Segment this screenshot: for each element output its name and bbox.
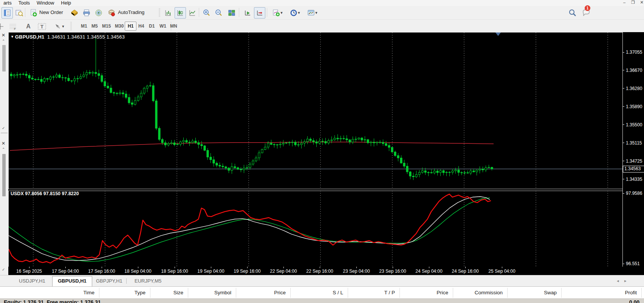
price-tick (623, 106, 624, 107)
printer-icon (83, 9, 90, 17)
timeframe-h1[interactable]: H1 (125, 22, 136, 31)
current-price-box: 1.34563 (623, 166, 644, 172)
minimize-button[interactable]: – (620, 0, 629, 5)
column-separator (188, 288, 188, 298)
panel-check-icon[interactable]: ✓ (2, 126, 5, 130)
svg-text:T: T (40, 24, 43, 30)
broadcast-button[interactable] (93, 7, 104, 19)
column-header-sl: S / L (333, 290, 343, 295)
zoom-in-icon (203, 9, 211, 17)
window-splitter[interactable] (8, 189, 622, 191)
toolbar-drag-handle[interactable] (159, 8, 160, 17)
time-axis-label: 18 Sep 04:00 (123, 269, 153, 274)
text-tool-button[interactable]: A (23, 21, 34, 32)
indicator-axis-label: 97.9586 (626, 191, 642, 196)
tab-scroll-left-icon[interactable]: ◂ (617, 278, 619, 283)
column-separator (236, 288, 236, 298)
time-tick (138, 267, 138, 268)
toolbar-separator (267, 8, 267, 17)
panel-scrollbar-thumb[interactable] (2, 154, 6, 196)
indicator-label: USDX 97.8056 97.8150 97.8220 (11, 191, 79, 196)
usdx-indicator-plot[interactable] (8, 190, 623, 267)
time-tick (283, 267, 284, 268)
time-axis-label: 19 Sep 16:00 (232, 269, 262, 274)
auto-scroll-button[interactable] (242, 7, 253, 19)
price-axis[interactable]: 1.370551.366701.362801.358901.355001.351… (622, 32, 644, 275)
usdx-green-line (9, 198, 490, 261)
column-header-size: Size (173, 290, 183, 295)
notification-badge: 1 (585, 5, 590, 11)
restore-button[interactable]: ❐ (629, 0, 637, 5)
templates-button[interactable]: ▼ (305, 7, 320, 19)
toolbar-separator (239, 8, 239, 17)
chart-symbol: GBPUSD,H1 (15, 34, 45, 40)
close-button[interactable]: ✕ (638, 0, 644, 5)
toolbar-separator (199, 8, 199, 17)
menu-item-help[interactable]: Help (57, 0, 74, 6)
timeframe-mn[interactable]: MN (167, 22, 180, 31)
autotrading-label[interactable]: AutoTrading (118, 9, 144, 15)
column-header-type: Type (135, 290, 146, 295)
tab-eurjpy-m5[interactable]: EURJPY,M5 (129, 277, 167, 286)
time-axis-label: 23 Sep 04:00 (341, 269, 372, 274)
arrow-shapes-icon (54, 23, 62, 30)
gbpusd-chart-plot[interactable] (8, 32, 623, 190)
tab-scroll-right-icon[interactable]: ▸ (624, 278, 627, 283)
toolbar-separator (25, 8, 25, 17)
panel-close-icon[interactable]: ✕ (2, 141, 5, 146)
time-axis-label: 23 Sep 16:00 (378, 269, 408, 274)
menu-item-tools[interactable]: Tools (15, 0, 33, 6)
market-watch-button[interactable] (2, 7, 13, 19)
new-order-button[interactable] (28, 7, 39, 19)
print-button[interactable] (81, 7, 92, 19)
fibonacci-button[interactable]: F (8, 21, 19, 32)
dropdown-arrow-icon: ▼ (280, 11, 283, 15)
column-header-commission: Commission (475, 290, 503, 295)
docked-panel-rail: ✕ ⌃ ✓ ✕ ⌃ ✓ (0, 32, 9, 275)
zoom-in-button[interactable] (201, 7, 212, 19)
candlestick-chart-button[interactable] (175, 7, 186, 19)
price-tick (623, 52, 624, 53)
menu-item-window[interactable]: Window (33, 0, 57, 6)
text-label-button[interactable]: T (36, 21, 48, 32)
text-tool-icon: A (26, 23, 31, 30)
column-header-profit: Profit (625, 290, 637, 295)
chart-object-button[interactable] (69, 7, 80, 19)
toolbar-drag-handle[interactable] (70, 22, 72, 30)
search-button[interactable] (567, 7, 578, 19)
menu-item-arts[interactable]: arts (0, 0, 15, 6)
line-chart-button[interactable] (187, 7, 198, 19)
new-order-label[interactable]: New Order (39, 9, 63, 15)
chart-shift-marker[interactable] (495, 33, 501, 36)
autotrading-icon (108, 9, 115, 17)
time-axis[interactable]: 16 Sep 202517 Sep 04:0017 Sep 16:0018 Se… (8, 267, 644, 275)
time-axis-label: 19 Sep 04:00 (196, 269, 226, 274)
chart-shift-button[interactable] (254, 7, 265, 19)
data-window-button[interactable] (14, 7, 25, 19)
periods-clock-icon (290, 9, 297, 17)
tile-windows-button[interactable] (226, 7, 237, 19)
bar-chart-button[interactable] (163, 7, 174, 19)
templates-icon (307, 9, 315, 17)
timeframe-h4[interactable]: H4 (135, 22, 147, 31)
panel-collapse-icon[interactable]: ⌃ (2, 39, 5, 43)
panel-scrollbar-thumb[interactable] (2, 45, 6, 71)
crosshair-button[interactable] (0, 21, 6, 32)
arrows-tool-button[interactable]: ▼ (51, 21, 67, 32)
tab-gbpjpy-h1[interactable]: GBPJPY,H1 (91, 277, 128, 286)
zoom-out-button[interactable] (213, 7, 224, 19)
timeframe-d1[interactable]: D1 (146, 22, 158, 31)
notifications-button[interactable]: 1 (581, 7, 592, 19)
panel-check-icon[interactable]: ✓ (2, 267, 5, 272)
tab-usdjpy-h1[interactable]: USDJPY,H1 (14, 277, 51, 286)
autotrading-button[interactable] (106, 7, 117, 19)
panel-collapse-icon[interactable]: ⌃ (2, 147, 5, 151)
indicators-button[interactable]: ▼ (270, 7, 286, 19)
chart-dropdown-icon[interactable]: ▼ (11, 35, 15, 39)
periods-button[interactable]: ▼ (287, 7, 303, 19)
column-separator (290, 288, 291, 298)
tab-gbpusd-h1[interactable]: GBPUSD,H1 (52, 276, 92, 287)
panel-close-icon[interactable]: ✕ (2, 33, 5, 37)
line-studies-toolbar: F A T ▼ M1M5M15M30H1H4D1W1MN (0, 20, 644, 33)
status-bar: Equity: 1 376.31 Free margin: 1 376.31 0… (0, 298, 644, 303)
